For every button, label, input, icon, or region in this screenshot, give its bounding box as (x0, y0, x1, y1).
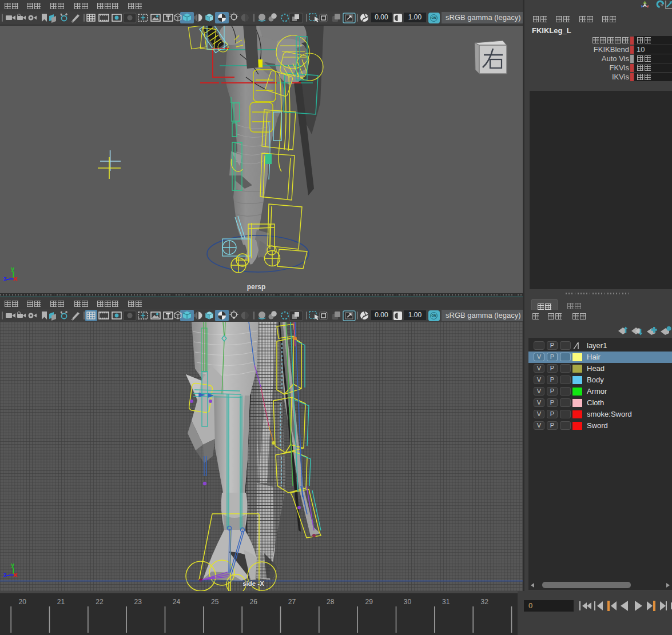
svg-text:28: 28 (327, 598, 335, 606)
svg-text:27: 27 (288, 598, 296, 606)
svg-text:persp: persp (247, 283, 266, 291)
svg-text:side -X: side -X (242, 580, 264, 587)
svg-text:30: 30 (404, 598, 412, 606)
svg-text:32: 32 (481, 598, 489, 606)
svg-text:z: z (3, 275, 7, 282)
svg-text:y: y (11, 265, 15, 272)
svg-text:21: 21 (57, 598, 65, 606)
svg-text:20: 20 (19, 598, 27, 606)
svg-text:31: 31 (442, 598, 450, 606)
svg-text:y: y (11, 561, 15, 568)
svg-text:z: z (3, 571, 7, 578)
svg-text:22: 22 (96, 598, 104, 606)
svg-text:23: 23 (134, 598, 142, 606)
svg-text:24: 24 (173, 598, 181, 606)
svg-text:29: 29 (365, 598, 373, 606)
svg-text:25: 25 (211, 598, 219, 606)
svg-text:26: 26 (250, 598, 258, 606)
